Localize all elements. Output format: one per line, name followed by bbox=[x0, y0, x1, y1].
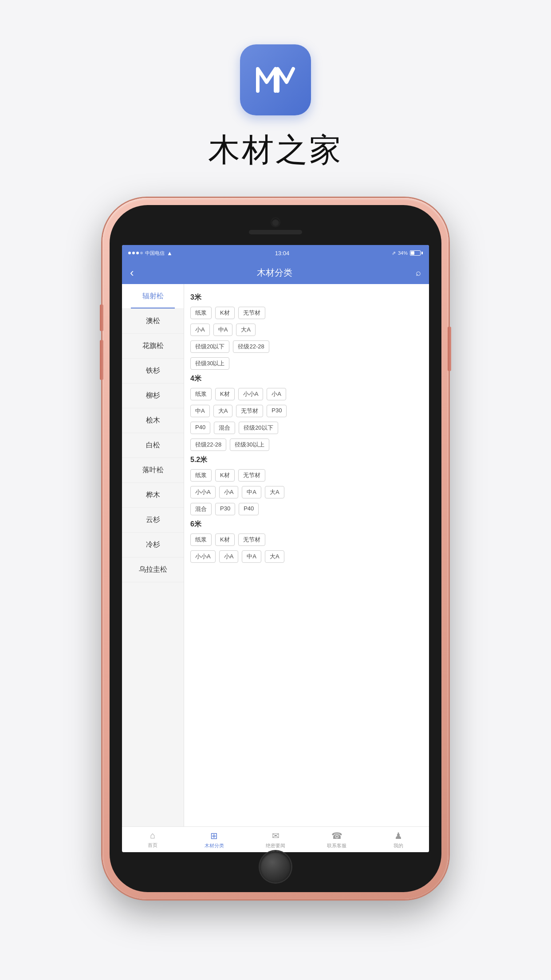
sidebar-item-4[interactable]: 柳杉 bbox=[122, 383, 184, 408]
tag-3m-2-1[interactable]: 小A bbox=[190, 324, 210, 336]
tab-category[interactable]: ⊞ 木材分类 bbox=[183, 830, 244, 849]
grid-icon: ⊞ bbox=[210, 830, 218, 841]
battery-percent: 34% bbox=[398, 250, 408, 256]
sidebar-item-0[interactable]: 辐射松 bbox=[122, 284, 184, 309]
tag-4m-2-2[interactable]: 大A bbox=[213, 405, 233, 417]
tag-6m-1-3[interactable]: 无节材 bbox=[238, 533, 265, 546]
tag-group-3m-1: 纸浆 K材 无节材 bbox=[190, 307, 423, 319]
status-bar: 中国电信 ▲ 13:04 ⇗ 34% bbox=[122, 245, 429, 261]
tag-4m-3-3[interactable]: 径级20以下 bbox=[239, 422, 278, 434]
wifi-icon: ▲ bbox=[167, 250, 173, 257]
tag-52m-2-4[interactable]: 大A bbox=[265, 486, 284, 498]
tag-3m-3-2[interactable]: 径级22-28 bbox=[233, 340, 269, 353]
headset-icon: ☎ bbox=[331, 830, 342, 841]
status-right: ⇗ 34% bbox=[392, 250, 423, 256]
tag-6m-2-1[interactable]: 小小A bbox=[190, 550, 216, 563]
signal-dot-1 bbox=[128, 252, 131, 254]
sidebar-item-11[interactable]: 乌拉圭松 bbox=[122, 557, 184, 582]
tag-4m-1-3[interactable]: 小小A bbox=[238, 388, 264, 400]
tag-3m-1-3[interactable]: 无节材 bbox=[238, 307, 265, 319]
tag-group-3m-2: 小A 中A 大A bbox=[190, 324, 423, 336]
search-icon[interactable]: ⌕ bbox=[416, 268, 421, 278]
signal-dots bbox=[128, 252, 143, 254]
tag-3m-3-1[interactable]: 径级20以下 bbox=[190, 340, 229, 353]
tag-52m-2-3[interactable]: 中A bbox=[242, 486, 261, 498]
sidebar-item-3[interactable]: 铁杉 bbox=[122, 359, 184, 383]
tab-mine[interactable]: ♟ 我的 bbox=[368, 830, 429, 849]
tag-4m-2-4[interactable]: P30 bbox=[267, 405, 287, 417]
volume-down-button bbox=[100, 340, 103, 380]
sidebar-item-7[interactable]: 落叶松 bbox=[122, 458, 184, 483]
sidebar-item-9[interactable]: 云杉 bbox=[122, 508, 184, 533]
home-icon: ⌂ bbox=[150, 830, 155, 841]
tag-3m-1-2[interactable]: K材 bbox=[215, 307, 235, 319]
tag-6m-1-1[interactable]: 纸浆 bbox=[190, 533, 212, 546]
phone-screen: 中国电信 ▲ 13:04 ⇗ 34% bbox=[122, 245, 429, 852]
power-button bbox=[448, 327, 451, 371]
tag-4m-2-3[interactable]: 无节材 bbox=[236, 405, 263, 417]
tag-6m-1-2[interactable]: K材 bbox=[215, 533, 235, 546]
sidebar-item-6[interactable]: 白松 bbox=[122, 433, 184, 458]
tag-52m-2-1[interactable]: 小小A bbox=[190, 486, 216, 498]
tag-4m-3-1[interactable]: P40 bbox=[190, 422, 210, 434]
message-icon: ✉ bbox=[272, 830, 279, 841]
tag-group-3m-4: 径级30以上 bbox=[190, 357, 423, 370]
tag-52m-1-3[interactable]: 无节材 bbox=[238, 469, 265, 482]
battery-fill bbox=[411, 251, 414, 255]
tab-home[interactable]: ⌂ 首页 bbox=[122, 830, 183, 849]
phone-frame-wrapper: 中国电信 ▲ 13:04 ⇗ 34% bbox=[102, 198, 449, 899]
tag-group-3m-3: 径级20以下 径级22-28 bbox=[190, 340, 423, 353]
back-button[interactable]: ‹ bbox=[130, 266, 134, 280]
app-icon-area: 木材之家 bbox=[208, 44, 343, 171]
tag-52m-1-2[interactable]: K材 bbox=[215, 469, 235, 482]
tag-4m-4-2[interactable]: 径级30以上 bbox=[230, 439, 269, 451]
tab-bar: ⌂ 首页 ⊞ 木材分类 ✉ 绝密要闻 ☎ 联系客服 bbox=[122, 826, 429, 852]
sidebar-item-8[interactable]: 桦木 bbox=[122, 483, 184, 508]
app-icon bbox=[240, 44, 311, 115]
home-button[interactable] bbox=[260, 851, 291, 882]
signal-dot-3 bbox=[136, 252, 139, 254]
right-content: 3米 纸浆 K材 无节材 小A 中A 大A 径级20以下 bbox=[184, 284, 429, 826]
tag-4m-1-4[interactable]: 小A bbox=[267, 388, 286, 400]
signal-dot-4 bbox=[140, 252, 143, 254]
content-area: 辐射松 澳松 花旗松 铁杉 柳杉 桧木 白松 落叶松 桦木 云杉 冷杉 乌拉圭松 bbox=[122, 284, 429, 826]
tag-52m-1-1[interactable]: 纸浆 bbox=[190, 469, 212, 482]
battery-icon bbox=[410, 250, 423, 256]
section-title-52m: 5.2米 bbox=[190, 455, 423, 465]
tag-group-4m-4: 径级22-28 径级30以上 bbox=[190, 439, 423, 451]
tag-4m-1-2[interactable]: K材 bbox=[215, 388, 235, 400]
tag-6m-2-3[interactable]: 中A bbox=[242, 550, 261, 563]
tag-3m-2-3[interactable]: 大A bbox=[236, 324, 256, 336]
sidebar-item-5[interactable]: 桧木 bbox=[122, 408, 184, 433]
tag-group-52m-1: 纸浆 K材 无节材 bbox=[190, 469, 423, 482]
sidebar-item-1[interactable]: 澳松 bbox=[122, 309, 184, 334]
tab-category-label: 木材分类 bbox=[205, 842, 224, 849]
tag-52m-3-1[interactable]: 混合 bbox=[190, 503, 212, 515]
tag-4m-1-1[interactable]: 纸浆 bbox=[190, 388, 212, 400]
tag-4m-3-2[interactable]: 混合 bbox=[214, 422, 235, 434]
signal-dot-2 bbox=[132, 252, 135, 254]
nav-title: 木材分类 bbox=[257, 267, 292, 279]
sidebar-item-10[interactable]: 冷杉 bbox=[122, 533, 184, 557]
section-title-6m: 6米 bbox=[190, 520, 423, 529]
tag-group-6m-2: 小小A 小A 中A 大A bbox=[190, 550, 423, 563]
tag-3m-1-1[interactable]: 纸浆 bbox=[190, 307, 212, 319]
tag-6m-2-4[interactable]: 大A bbox=[265, 550, 284, 563]
tag-4m-4-1[interactable]: 径级22-28 bbox=[190, 439, 226, 451]
tag-52m-3-2[interactable]: P30 bbox=[215, 503, 235, 515]
tab-mine-label: 我的 bbox=[394, 842, 403, 849]
tag-3m-4-1[interactable]: 径级30以上 bbox=[190, 357, 229, 370]
tag-3m-2-2[interactable]: 中A bbox=[213, 324, 233, 336]
tag-52m-3-3[interactable]: P40 bbox=[239, 503, 259, 515]
tab-home-label: 首页 bbox=[148, 842, 157, 849]
section-title-3m: 3米 bbox=[190, 293, 423, 302]
tab-news-label: 绝密要闻 bbox=[266, 842, 285, 849]
tab-service[interactable]: ☎ 联系客服 bbox=[306, 830, 367, 849]
tag-group-4m-3: P40 混合 径级20以下 bbox=[190, 422, 423, 434]
tag-6m-2-2[interactable]: 小A bbox=[219, 550, 239, 563]
tag-group-52m-3: 混合 P30 P40 bbox=[190, 503, 423, 515]
tag-4m-2-1[interactable]: 中A bbox=[190, 405, 210, 417]
sidebar-item-2[interactable]: 花旗松 bbox=[122, 334, 184, 359]
tab-news[interactable]: ✉ 绝密要闻 bbox=[245, 830, 306, 849]
tag-52m-2-2[interactable]: 小A bbox=[219, 486, 239, 498]
